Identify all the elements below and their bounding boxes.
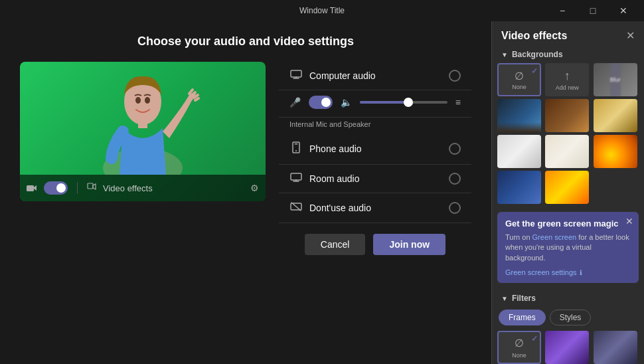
minimize-button[interactable]: − [547, 0, 578, 21]
cancel-button[interactable]: Cancel [305, 234, 366, 255]
settings-panel: Computer audio 🎤 🔈 ≡ Internal M [279, 62, 471, 351]
computer-audio-icon [289, 70, 303, 82]
filter-thumb-1[interactable] [545, 331, 589, 364]
promo-title: Get the green screen magic [505, 219, 631, 228]
svg-point-3 [135, 97, 141, 104]
tab-styles[interactable]: Styles [550, 310, 592, 325]
svg-rect-9 [295, 143, 298, 145]
filters-section: ▼ Filters Frames Styles ∅ None ✓ [492, 288, 644, 364]
background-image-6[interactable] [594, 135, 637, 168]
close-panel-button[interactable]: ✕ [626, 29, 635, 42]
left-content-area: Choose your audio and video settings [0, 21, 491, 364]
backgrounds-section-header[interactable]: ▼ Backgrounds [492, 47, 644, 63]
background-none-thumb[interactable]: ∅ None ✓ [497, 63, 541, 96]
mic-icon: 🎤 [289, 97, 301, 108]
computer-audio-radio[interactable] [449, 70, 461, 82]
video-preview: Video effects ⚙ [20, 62, 266, 201]
panel-header: Video effects ✕ [492, 21, 644, 47]
room-audio-icon [289, 173, 303, 185]
backgrounds-grid: ∅ None ✓ ↑ Add new Blur [492, 63, 644, 209]
room-audio-label: Room audio [309, 173, 360, 184]
computer-audio-label: Computer audio [309, 70, 376, 81]
green-screen-promo: ✕ Get the green screen magic Turn on Gre… [497, 212, 639, 283]
video-controls-bar: Video effects ⚙ [20, 175, 266, 201]
no-audio-label: Dont'use audio [309, 203, 371, 213]
video-effects-panel: Video effects ✕ ▼ Backgrounds ∅ None ✓ ↑… [491, 21, 644, 364]
content-row: Video effects ⚙ [20, 62, 471, 351]
background-image-7[interactable] [497, 171, 541, 204]
audio-option-room[interactable]: Room audio [279, 165, 471, 193]
filter-none-thumb[interactable]: ∅ None ✓ [497, 331, 541, 364]
no-audio-icon [289, 201, 303, 215]
promo-body: Turn on Green screen for a better look w… [505, 232, 631, 263]
volume-slider[interactable] [360, 101, 447, 104]
background-image-4[interactable] [497, 135, 541, 168]
background-image-1[interactable] [497, 99, 541, 132]
audio-option-computer[interactable]: Computer audio [279, 62, 471, 90]
room-audio-radio[interactable] [449, 173, 461, 185]
internal-mic-row: 🎤 🔈 ≡ [279, 90, 471, 118]
camera-toggle[interactable] [44, 181, 68, 195]
settings-gear-icon[interactable]: ⚙ [250, 183, 259, 193]
green-screen-settings-link[interactable]: Green screen settings ℹ [505, 268, 631, 276]
phone-audio-label: Phone audio [309, 143, 362, 154]
mic-settings-icon[interactable]: ≡ [455, 97, 461, 108]
person-svg [20, 62, 266, 175]
main-container: Choose your audio and video settings [0, 21, 644, 364]
mic-toggle[interactable] [309, 96, 333, 109]
svg-rect-6 [88, 183, 93, 189]
selected-checkmark: ✓ [531, 66, 538, 76]
volume-fill [360, 101, 408, 104]
maximize-button[interactable]: □ [578, 0, 608, 21]
window-title: Window Title [299, 6, 345, 15]
background-image-3[interactable] [594, 99, 637, 132]
volume-thumb [404, 98, 413, 107]
info-icon: ℹ [580, 269, 582, 276]
promo-close-button[interactable]: ✕ [625, 216, 633, 227]
background-image-8[interactable] [545, 171, 589, 204]
audio-option-none[interactable]: Dont'use audio [279, 193, 471, 223]
svg-rect-10 [291, 173, 301, 180]
phone-audio-radio[interactable] [449, 143, 461, 155]
filters-section-header[interactable]: ▼ Filters [492, 291, 644, 307]
camera-icon[interactable] [27, 184, 37, 192]
tab-frames[interactable]: Frames [499, 310, 546, 325]
video-effects-icon [87, 183, 96, 194]
audio-option-phone[interactable]: Phone audio [279, 134, 471, 165]
svg-point-4 [145, 97, 150, 104]
join-now-button[interactable]: Join now [373, 234, 445, 255]
chevron-down-icon: ▼ [501, 51, 508, 58]
filters-grid: ∅ None ✓ [492, 331, 644, 364]
svg-rect-5 [27, 185, 34, 191]
filter-tabs: Frames Styles [492, 307, 644, 331]
background-image-5[interactable] [545, 135, 589, 168]
background-add-new-thumb[interactable]: ↑ Add new [545, 63, 589, 96]
close-window-button[interactable]: ✕ [608, 0, 639, 21]
page-title: Choose your audio and video settings [20, 35, 471, 48]
background-blur-thumb[interactable]: Blur [594, 63, 637, 96]
background-image-2[interactable] [545, 99, 589, 132]
title-bar: Window Title − □ ✕ [0, 0, 644, 21]
window-controls: − □ ✕ [547, 0, 639, 21]
phone-audio-icon [289, 141, 303, 156]
divider [77, 182, 78, 194]
filter-selected-checkmark: ✓ [531, 334, 538, 343]
action-buttons: Cancel Join now [279, 234, 471, 255]
chevron-down-icon: ▼ [501, 295, 508, 302]
panel-title: Video effects [501, 30, 567, 42]
filter-thumb-2[interactable] [594, 331, 637, 364]
green-screen-link[interactable]: Green screen [532, 233, 577, 241]
speaker-icon: 🔈 [341, 97, 352, 108]
internal-mic-label: Internal Mic and Speaker [279, 118, 471, 134]
svg-rect-7 [291, 70, 301, 77]
no-audio-radio[interactable] [449, 202, 461, 214]
video-effects-button[interactable]: Video effects [103, 183, 153, 193]
svg-point-8 [295, 150, 297, 151]
